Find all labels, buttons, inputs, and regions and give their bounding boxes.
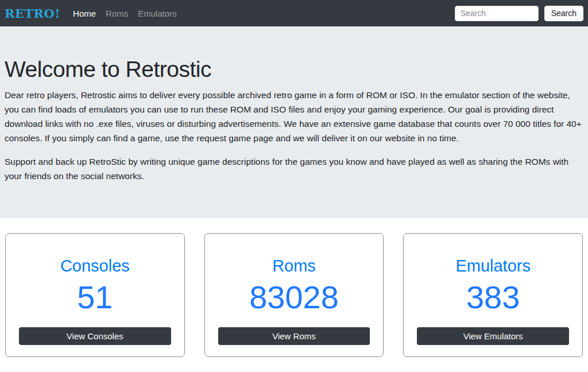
page-title: Welcome to Retrostic: [5, 57, 583, 82]
stats-cards-row: Consoles 51 View Consoles Roms 83028 Vie…: [0, 218, 588, 357]
roms-count: 83028: [249, 281, 339, 313]
view-emulators-button[interactable]: View Emulators: [417, 327, 569, 345]
view-consoles-button[interactable]: View Consoles: [19, 327, 171, 345]
consoles-card: Consoles 51 View Consoles: [5, 233, 185, 357]
consoles-count: 51: [77, 281, 113, 313]
search-button[interactable]: Search: [544, 6, 583, 21]
view-roms-button[interactable]: View Roms: [218, 327, 370, 345]
main-nav: Home Roms Emulators: [73, 9, 177, 18]
emulators-card-title: Emulators: [455, 256, 531, 276]
consoles-card-title: Consoles: [60, 256, 130, 276]
nav-item-home[interactable]: Home: [73, 9, 96, 18]
site-logo[interactable]: RETRO!: [5, 6, 60, 21]
emulators-card: Emulators 383 View Emulators: [403, 233, 583, 357]
intro-paragraph: Dear retro players, Retrostic aims to de…: [5, 88, 583, 145]
roms-card: Roms 83028 View Roms: [204, 233, 384, 357]
nav-item-emulators[interactable]: Emulators: [138, 9, 177, 18]
top-navbar: RETRO! Home Roms Emulators Search: [0, 0, 588, 26]
search-input[interactable]: [455, 6, 539, 21]
nav-item-roms[interactable]: Roms: [106, 9, 128, 18]
roms-card-title: Roms: [272, 256, 316, 276]
welcome-jumbotron: Welcome to Retrostic Dear retro players,…: [0, 26, 588, 218]
emulators-count: 383: [466, 281, 520, 313]
search-form: Search: [455, 6, 583, 21]
support-paragraph: Support and back up RetroStic by writing…: [5, 154, 583, 183]
